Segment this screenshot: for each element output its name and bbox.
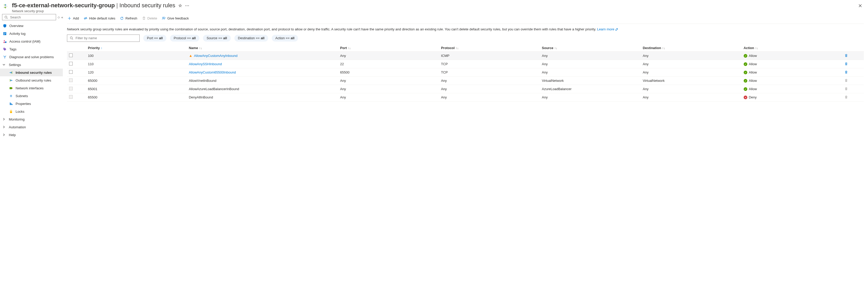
cell-action: ✕Deny (742, 93, 843, 101)
row-checkbox[interactable] (69, 70, 73, 74)
col-name[interactable]: Name↑↓ (187, 44, 338, 52)
outbound-icon (9, 78, 13, 82)
shield-icon (3, 24, 7, 28)
feedback-button[interactable]: Give feedback (162, 17, 189, 20)
cell-priority: 100 (86, 52, 187, 60)
name-filter-input[interactable] (75, 36, 137, 40)
svg-point-4 (4, 48, 4, 49)
sidebar-item-properties[interactable]: Properties (0, 100, 63, 108)
delete-rule-icon[interactable] (844, 62, 862, 66)
deny-icon: ✕ (744, 96, 747, 99)
chevron-right-icon (3, 133, 6, 136)
cell-priority: 65000 (86, 76, 187, 85)
table-row[interactable]: 100▲AllowAnyCustomAnyInboundAnyICMPAnyAn… (67, 52, 864, 60)
resource-title: f5-ce-external-network-security-group (12, 2, 115, 8)
row-checkbox (69, 87, 73, 90)
warning-icon: ▲ (189, 54, 192, 58)
rule-name-link[interactable]: AllowAnyCustom65500Inbound (189, 70, 236, 74)
cell-protocol: Any (439, 85, 540, 93)
learn-more-link[interactable]: Learn more (597, 27, 618, 31)
cell-port: 22 (338, 60, 439, 68)
person-icon (3, 39, 7, 43)
table-row[interactable]: 65000AllowVnetInBoundAnyAnyVirtualNetwor… (67, 76, 864, 85)
col-action[interactable]: Action↑↓ (742, 44, 843, 52)
sidebar-item-label: Inbound security rules (16, 71, 52, 74)
cell-priority: 110 (86, 60, 187, 68)
sidebar-item-label: Diagnose and solve problems (9, 55, 54, 59)
sidebar-item-network-interfaces[interactable]: Network interfaces (0, 84, 63, 92)
table-row[interactable]: 65500DenyAllInBoundAnyAnyAnyAny✕Deny (67, 93, 864, 101)
sidebar-item-locks[interactable]: Locks (0, 108, 63, 115)
delete-rule-icon (844, 79, 862, 82)
refresh-button[interactable]: Refresh (120, 17, 137, 20)
sidebar-item-access-control-iam-[interactable]: Access control (IAM) (0, 37, 63, 45)
sidebar-group-automation[interactable]: Automation (0, 123, 63, 131)
destination-filter-pill[interactable]: Destination ==all (235, 35, 268, 41)
row-checkbox[interactable] (69, 62, 73, 65)
protocol-filter-pill[interactable]: Protocol ==all (170, 35, 199, 41)
sidebar-item-subnets[interactable]: Subnets (0, 92, 63, 100)
props-icon (9, 101, 13, 106)
name-filter[interactable] (67, 35, 140, 42)
cell-source: Any (540, 68, 641, 76)
sidebar-search-input[interactable] (10, 15, 54, 20)
col-protocol[interactable]: Protocol↑↓ (439, 44, 540, 52)
cell-destination: Any (641, 85, 742, 93)
cell-protocol: TCP (439, 60, 540, 68)
table-row[interactable]: 65001AllowAzureLoadBalancerInBoundAnyAny… (67, 85, 864, 93)
delete-rule-icon[interactable] (844, 70, 862, 74)
svg-point-2 (4, 40, 5, 41)
cell-protocol: Any (439, 76, 540, 85)
rule-name-link[interactable]: AllowAnyCustomAnyInbound (194, 54, 238, 58)
sidebar-item-overview[interactable]: Overview (0, 22, 63, 30)
more-icon[interactable]: ⋯ (185, 3, 189, 8)
rule-name-link[interactable]: AllowAnySSHInbound (189, 62, 222, 66)
cell-protocol: ICMP (439, 52, 540, 60)
sidebar-item-inbound-security-rules[interactable]: Inbound security rules (0, 68, 63, 76)
sidebar-item-label: Properties (16, 102, 31, 106)
sidebar-item-tags[interactable]: Tags (0, 45, 63, 53)
cell-protocol: Any (439, 93, 540, 101)
col-port[interactable]: Port↑↓ (338, 44, 439, 52)
cell-protocol: TCP (439, 68, 540, 76)
row-checkbox[interactable] (69, 54, 73, 57)
sidebar-group-help[interactable]: Help (0, 131, 63, 139)
pin-icon[interactable]: ☆ (178, 3, 182, 8)
source-filter-pill[interactable]: Source ==all (203, 35, 230, 41)
allow-icon: ✓ (744, 62, 747, 66)
sidebar-item-label: Tags (9, 47, 17, 51)
svg-rect-11 (10, 111, 12, 113)
col-source[interactable]: Source↑↓ (540, 44, 641, 52)
cell-source: Any (540, 60, 641, 68)
add-button[interactable]: Add (67, 17, 79, 20)
sidebar-group-label: Automation (9, 125, 26, 129)
col-destination[interactable]: Destination↑↓ (641, 44, 742, 52)
col-priority[interactable]: Priority↑ (86, 44, 187, 52)
close-button[interactable] (857, 2, 864, 9)
svg-point-7 (10, 95, 11, 96)
delete-button: Delete (142, 17, 157, 20)
resource-type-label: Network security group (12, 9, 857, 13)
hide-default-rules-button[interactable]: Hide default rules (84, 17, 115, 20)
sidebar-group-monitoring[interactable]: Monitoring (0, 115, 63, 123)
cell-action: ✓Allow (742, 85, 843, 93)
sidebar-item-outbound-security-rules[interactable]: Outbound security rules (0, 76, 63, 84)
sidebar-item-label: Overview (9, 24, 23, 28)
table-row[interactable]: 120AllowAnyCustom65500Inbound65500TCPAny… (67, 68, 864, 76)
delete-rule-icon[interactable] (844, 54, 862, 57)
sidebar-item-activity-log[interactable]: Activity log (0, 30, 63, 37)
sidebar-item-diagnose-and-solve-problems[interactable]: Diagnose and solve problems (0, 53, 63, 61)
action-filter-pill[interactable]: Action ==all (272, 35, 298, 41)
table-row[interactable]: 110AllowAnySSHInbound22TCPAnyAny✓Allow (67, 60, 864, 68)
cell-priority: 65500 (86, 93, 187, 101)
rule-name-label: DenyAllInBound (189, 95, 213, 99)
search-resize-icon[interactable]: ◇ (58, 16, 60, 19)
nic-icon (9, 86, 13, 90)
port-filter-pill[interactable]: Port ==all (143, 35, 166, 41)
sidebar-item-label: Locks (16, 110, 24, 114)
cell-destination: VirtualNetwork (641, 76, 742, 85)
cell-destination: Any (641, 52, 742, 60)
sidebar-search[interactable] (2, 14, 56, 20)
sidebar-group-settings[interactable]: Settings (0, 61, 63, 68)
sidebar-item-label: Outbound security rules (16, 79, 51, 82)
